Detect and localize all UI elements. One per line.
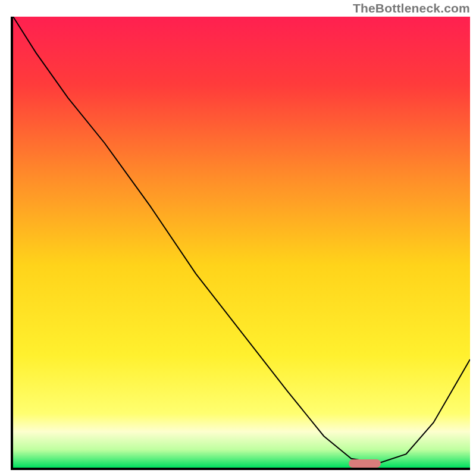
watermark-text: TheBottleneck.com [353, 1, 470, 15]
chart-plot-area [13, 17, 470, 468]
chart-curve [13, 17, 470, 468]
chart-frame [11, 17, 470, 470]
optimal-range-marker [349, 459, 381, 468]
